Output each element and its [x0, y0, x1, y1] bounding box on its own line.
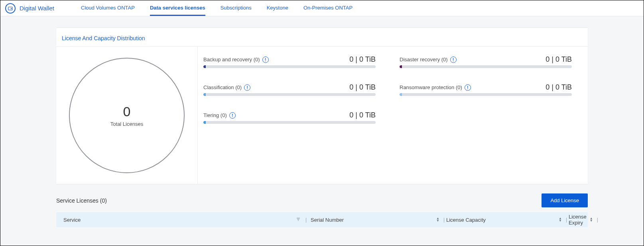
col-expiry-label: License Expiry — [569, 214, 587, 226]
tab-bar: Cloud Volumes ONTAPData services license… — [81, 0, 353, 16]
progress-bar — [203, 65, 376, 68]
filter-icon[interactable] — [296, 217, 301, 223]
table-toolbar: Service Licenses (0) Add License — [56, 193, 588, 207]
metric-backup-and-recovery: Backup and recovery (0)!0 | 0 TiB — [203, 55, 376, 68]
license-panel: License And Capacity Distribution 0 Tota… — [56, 27, 588, 184]
donut-ring: 0 Total Licenses — [69, 58, 185, 173]
col-service-label: Service — [63, 217, 81, 223]
progress-bar — [203, 121, 376, 124]
total-licenses-value: 0 — [110, 104, 143, 119]
metric-name: Tiering (0) — [203, 112, 227, 118]
total-licenses-chart: 0 Total Licenses — [56, 47, 198, 184]
col-serial-label: Serial Number — [311, 217, 344, 223]
svg-point-1 — [11, 8, 12, 9]
metric-classification: Classification (0)!0 | 0 TiB — [203, 83, 376, 96]
info-icon[interactable]: ! — [465, 84, 471, 91]
total-licenses-label: Total Licenses — [110, 121, 143, 127]
metric-ransomware-protection: Ransomware protection (0)!0 | 0 TiB — [400, 83, 572, 96]
panel-title: License And Capacity Distribution — [56, 28, 588, 47]
sort-icon[interactable]: ▲▼ — [436, 217, 439, 222]
col-capacity-label: License Capacity — [446, 217, 486, 223]
separator-icon: | — [304, 217, 308, 223]
metric-name: Ransomware protection (0) — [400, 84, 462, 90]
col-expiry[interactable]: License Expiry ▲▼ | — [569, 214, 581, 226]
app-header: Digital Wallet Cloud Volumes ONTAPData s… — [0, 0, 644, 16]
col-serial[interactable]: Serial Number ▲▼ | — [311, 217, 446, 223]
brand: Digital Wallet — [5, 3, 73, 14]
metric-tiering: Tiering (0)!0 | 0 TiB — [203, 111, 376, 124]
metric-value: 0 | 0 TiB — [546, 83, 572, 92]
info-icon[interactable]: ! — [262, 57, 269, 63]
sort-icon[interactable]: ▲▼ — [559, 217, 562, 222]
progress-bar — [400, 65, 572, 68]
info-icon[interactable]: ! — [229, 112, 236, 119]
metric-disaster-recovery: Disaster recovery (0)!0 | 0 TiB — [400, 55, 572, 68]
separator-icon: | — [595, 217, 600, 223]
col-capacity[interactable]: License Capacity ▲▼ | — [446, 217, 569, 223]
sort-icon[interactable]: ▲▼ — [590, 217, 593, 222]
col-service[interactable]: Service — [63, 217, 183, 223]
metric-name: Disaster recovery (0) — [400, 57, 448, 62]
tab-subscriptions[interactable]: Subscriptions — [221, 0, 252, 16]
progress-bar — [400, 93, 572, 96]
tab-data-services-licenses[interactable]: Data services licenses — [150, 0, 205, 16]
col-service-controls[interactable]: | — [183, 217, 311, 223]
add-license-button[interactable]: Add License — [542, 193, 588, 207]
separator-icon: | — [564, 217, 569, 223]
wallet-icon — [5, 3, 16, 14]
separator-icon: | — [442, 217, 446, 223]
metric-value: 0 | 0 TiB — [546, 55, 572, 64]
metrics-grid: Backup and recovery (0)!0 | 0 TiBDisaste… — [198, 47, 588, 184]
metric-value: 0 | 0 TiB — [349, 55, 376, 64]
table-header-row: Service | Serial Number ▲▼ | License Cap… — [56, 212, 588, 227]
metric-value: 0 | 0 TiB — [349, 111, 376, 119]
info-icon[interactable]: ! — [450, 57, 457, 63]
progress-bar — [203, 93, 376, 96]
metric-name: Backup and recovery (0) — [203, 57, 260, 62]
tab-on-premises-ontap[interactable]: On-Premises ONTAP — [303, 0, 353, 16]
tab-keystone[interactable]: Keystone — [267, 0, 288, 16]
tab-cloud-volumes-ontap[interactable]: Cloud Volumes ONTAP — [81, 0, 135, 16]
table-title: Service Licenses (0) — [56, 197, 107, 204]
app-title: Digital Wallet — [20, 5, 54, 12]
metric-value: 0 | 0 TiB — [349, 83, 376, 92]
info-icon[interactable]: ! — [244, 84, 250, 91]
metric-name: Classification (0) — [203, 84, 242, 90]
